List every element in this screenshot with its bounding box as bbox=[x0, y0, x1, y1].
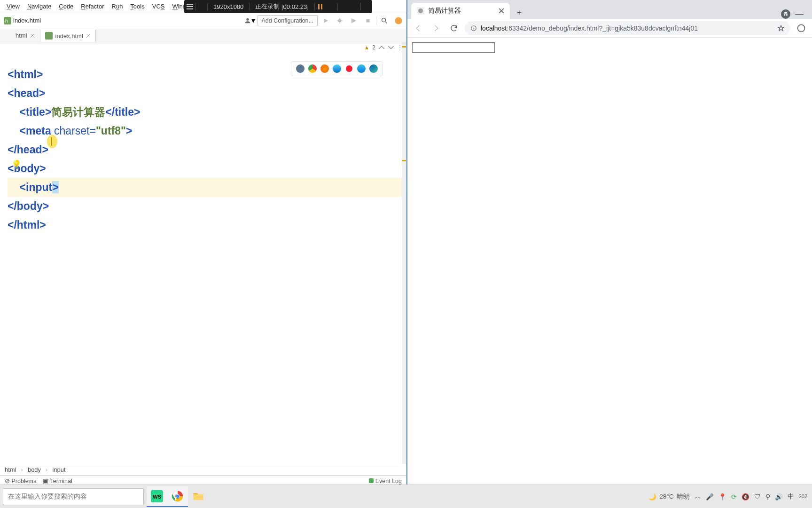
recorder-screenshot-button[interactable] bbox=[338, 0, 349, 13]
ide-nav-toolbar: h index.html ▾ Add Configuration... bbox=[0, 13, 406, 28]
taskbar-app-explorer[interactable] bbox=[188, 486, 209, 507]
taskbar-search-box[interactable]: 在这里输入你要搜索的内容 bbox=[3, 488, 144, 505]
event-log-button[interactable]: Event Log bbox=[369, 478, 402, 484]
nav-breadcrumb: h index.html bbox=[4, 17, 41, 24]
back-button[interactable] bbox=[411, 21, 425, 35]
svg-point-6 bbox=[382, 18, 386, 22]
chrome-tabstrip: 简易计算器 ＋ — bbox=[407, 0, 812, 19]
svg-point-22 bbox=[176, 494, 180, 498]
svg-rect-8 bbox=[45, 32, 53, 40]
taskbar-app-webstorm[interactable]: WS bbox=[147, 486, 167, 507]
address-bar[interactable]: localhost:63342/demo_debug/index.html?_i… bbox=[465, 21, 790, 35]
tray-wifi-icon[interactable]: ⚲ bbox=[765, 493, 770, 500]
chrome-tab[interactable]: 简易计算器 bbox=[411, 3, 510, 19]
close-icon[interactable] bbox=[30, 33, 35, 38]
svg-point-2 bbox=[246, 18, 249, 20]
tray-mic-icon[interactable]: 🎤 bbox=[706, 493, 714, 500]
svg-rect-9 bbox=[51, 137, 52, 146]
recorder-pause-button[interactable] bbox=[315, 0, 326, 13]
tray-clock[interactable]: 202 bbox=[799, 493, 807, 499]
code-editor[interactable]: ▲ 2 ⋮ <html><head> <title>简易计算器</title> … bbox=[0, 42, 406, 464]
menu-run[interactable]: Run bbox=[108, 3, 127, 10]
tray-chevron-up-icon[interactable]: ︿ bbox=[695, 492, 701, 501]
chrome-toolbar: localhost:63342/demo_debug/index.html?_i… bbox=[407, 19, 812, 38]
menu-tools[interactable]: Tools bbox=[126, 3, 148, 10]
forward-button[interactable] bbox=[429, 21, 443, 35]
cursor-highlight-icon bbox=[47, 135, 57, 148]
url-text: localhost:63342/demo_debug/index.html?_i… bbox=[481, 24, 698, 32]
chrome-window: 简易计算器 ＋ — localhost:63342/demo_debug/ind… bbox=[406, 0, 812, 484]
chrome-tab-title: 简易计算器 bbox=[428, 7, 461, 15]
svg-text:WS: WS bbox=[153, 493, 162, 499]
recorder-close-button[interactable] bbox=[361, 0, 372, 13]
editor-tab-index-html[interactable]: index.html bbox=[40, 29, 96, 42]
stop-button[interactable] bbox=[362, 15, 374, 27]
svg-point-7 bbox=[395, 17, 402, 24]
nav-breadcrumb-file: index.html bbox=[13, 17, 41, 24]
reload-button[interactable] bbox=[447, 21, 461, 35]
close-icon[interactable] bbox=[499, 8, 504, 14]
editor-tab-html[interactable]: html bbox=[0, 29, 40, 42]
breadcrumb-item[interactable]: input bbox=[52, 466, 65, 473]
bookmark-star-icon[interactable] bbox=[777, 24, 785, 32]
page-text-input[interactable] bbox=[412, 42, 495, 53]
html-file-icon bbox=[5, 32, 13, 40]
menu-refactor[interactable]: Refactor bbox=[77, 3, 108, 10]
tray-volume-muted-icon[interactable]: 🔇 bbox=[742, 493, 750, 500]
tray-ime-indicator[interactable]: 中 bbox=[788, 492, 794, 501]
breadcrumb-item[interactable]: body bbox=[28, 466, 41, 473]
html-file-icon bbox=[45, 32, 53, 40]
run-config-combo[interactable]: Add Configuration... bbox=[258, 15, 318, 26]
editor-breadcrumbs: html› body› input bbox=[0, 464, 406, 475]
svg-point-3 bbox=[338, 19, 342, 22]
menu-view[interactable]: View bbox=[3, 3, 23, 10]
profile-avatar-icon[interactable] bbox=[794, 21, 808, 35]
svg-rect-4 bbox=[351, 18, 352, 23]
run-button[interactable] bbox=[320, 15, 332, 27]
recorder-annotate-button[interactable] bbox=[349, 0, 360, 13]
close-icon[interactable] bbox=[86, 33, 91, 38]
new-tab-button[interactable]: ＋ bbox=[513, 6, 526, 19]
weather-temp: 28°C bbox=[659, 493, 673, 500]
svg-text:h: h bbox=[5, 18, 8, 24]
recorder-pin-icon[interactable] bbox=[196, 0, 207, 13]
breadcrumb-item[interactable]: html bbox=[5, 466, 16, 473]
tray-sync-icon[interactable]: ⟳ bbox=[731, 493, 737, 500]
editor-marker-stripe[interactable] bbox=[402, 42, 406, 464]
menu-code[interactable]: Code bbox=[55, 3, 77, 10]
svg-point-15 bbox=[798, 24, 805, 32]
search-everywhere-button[interactable] bbox=[378, 15, 390, 27]
menu-navigate[interactable]: Navigate bbox=[23, 3, 55, 10]
editor-tab-label: html bbox=[16, 32, 27, 39]
svg-point-12 bbox=[784, 14, 786, 16]
intention-bulb-icon[interactable]: 💡 bbox=[11, 159, 22, 170]
taskbar-app-chrome[interactable] bbox=[167, 486, 188, 507]
weather-text: 晴朗 bbox=[677, 492, 690, 501]
weather-moon-icon: 🌙 bbox=[648, 493, 656, 500]
site-info-icon[interactable] bbox=[470, 25, 477, 32]
window-minimize-button[interactable]: — bbox=[795, 9, 804, 19]
tray-security-icon[interactable]: 🛡 bbox=[754, 493, 761, 500]
coverage-button[interactable] bbox=[348, 15, 360, 27]
incognito-icon[interactable] bbox=[781, 9, 790, 19]
ide-window: View Navigate Code Refactor Run Tools VC… bbox=[0, 0, 406, 508]
tray-location-icon[interactable]: 📍 bbox=[718, 493, 726, 500]
svg-point-11 bbox=[418, 8, 423, 13]
windows-taskbar: 在这里输入你要搜索的内容 WS 🌙 28°C 晴朗 ︿ 🎤 📍 ⟳ 🔇 🛡 ⚲ … bbox=[0, 484, 812, 508]
recorder-stop-button[interactable] bbox=[326, 0, 337, 13]
tray-sound-icon[interactable]: 🔊 bbox=[775, 493, 783, 500]
menu-vcs[interactable]: VCS bbox=[148, 3, 169, 10]
rendered-page bbox=[407, 38, 812, 484]
problems-tool-button[interactable]: ⊘ Problems bbox=[5, 477, 36, 484]
terminal-tool-button[interactable]: ▣ Terminal bbox=[43, 477, 72, 484]
ide-settings-button[interactable] bbox=[392, 15, 405, 27]
user-icon[interactable]: ▾ bbox=[243, 15, 256, 27]
weather-widget[interactable]: 🌙 28°C 晴朗 bbox=[648, 492, 689, 501]
editor-tabs: html index.html bbox=[0, 28, 406, 42]
recorder-menu-icon[interactable] bbox=[184, 0, 195, 13]
code-content[interactable]: <html><head> <title>简易计算器</title> <meta … bbox=[0, 42, 406, 464]
debug-button[interactable] bbox=[334, 15, 346, 27]
html-file-icon: h bbox=[4, 17, 11, 24]
screen-recorder-toolbar: 1920x1080 正在录制 [00:02:23] bbox=[184, 0, 372, 13]
svg-point-13 bbox=[786, 14, 788, 16]
